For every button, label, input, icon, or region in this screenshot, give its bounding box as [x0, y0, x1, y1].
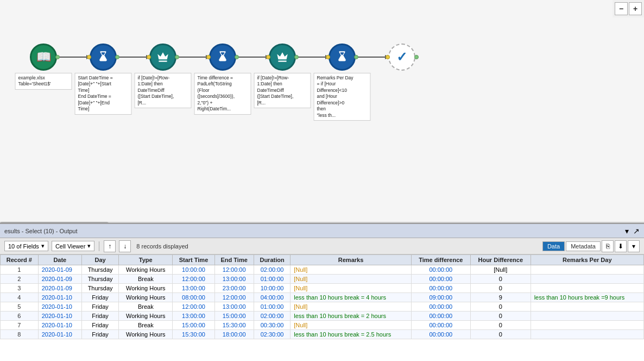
- data-button[interactable]: Data: [542, 241, 565, 251]
- workflow-node-filter2[interactable]: if [Date]!=[Row-1:Date] thenDateTimeDiff…: [269, 43, 296, 71]
- col-record[interactable]: Record #: [1, 255, 39, 265]
- workflow-node-formula1[interactable]: Start DateTime =[Date]+" "+[StartTime]En…: [90, 43, 117, 71]
- fields-chevron-icon: ▾: [41, 242, 45, 250]
- node-label-filter1: if [Date]!=[Row-1:Date] thenDateTimeDiff…: [135, 73, 192, 108]
- node-icon-filter2: [269, 43, 296, 71]
- zoom-out-button[interactable]: −: [615, 2, 628, 15]
- copy-button[interactable]: ⎘: [602, 240, 614, 252]
- viewer-chevron-icon: ▾: [87, 242, 91, 250]
- connector-4: [236, 57, 269, 58]
- table-row: 82020-01-10FridayWorking Hours15:30:0018…: [1, 330, 644, 339]
- table-row: 22020-01-09ThursdayBreak12:00:0013:00:00…: [1, 275, 644, 284]
- results-panel: esults - Select (10) - Output ▾ ↗ 10 of …: [0, 223, 644, 361]
- col-start-time[interactable]: Start Time: [173, 255, 214, 265]
- connector-6: [356, 57, 388, 58]
- node-label-formula1: Start DateTime =[Date]+" "+[StartTime]En…: [75, 73, 132, 115]
- workflow-node-output[interactable]: ✓: [388, 43, 415, 71]
- data-metadata-buttons: Data Metadata ⎘ ⬇ ▾: [542, 240, 640, 252]
- connector-1: [57, 57, 90, 58]
- node-input-dot: [147, 55, 151, 59]
- viewer-select[interactable]: Cell Viewer ▾: [52, 241, 94, 251]
- node-input-dot: [386, 55, 390, 59]
- connector-3: [176, 57, 209, 58]
- zoom-toolbar: − +: [613, 0, 644, 17]
- node-input-dot: [87, 55, 91, 59]
- node-input-dot: [266, 55, 270, 59]
- col-duration[interactable]: Duration: [254, 255, 291, 265]
- export-button[interactable]: ⬇: [615, 240, 627, 252]
- node-label-input: example.xlsxTable='Sheet1$': [15, 73, 72, 90]
- node-output-dot: [294, 55, 299, 59]
- table-row: 42020-01-10FridayWorking Hours08:00:0012…: [1, 293, 644, 302]
- col-date[interactable]: Date: [38, 255, 81, 265]
- node-icon-formula3: [329, 43, 356, 71]
- node-output-dot: [235, 55, 239, 59]
- records-info: 8 records displayed: [136, 243, 188, 250]
- node-icon-formula2: [209, 43, 236, 71]
- results-expand[interactable]: ↗: [633, 227, 640, 235]
- data-table-container: Record # Date Day Type Start Time End Ti…: [0, 254, 644, 361]
- node-output-dot: [354, 55, 358, 59]
- results-toolbar: 10 of Fields ▾ Cell Viewer ▾ ↑ ↓ 8 recor…: [0, 238, 644, 254]
- col-type[interactable]: Type: [119, 255, 173, 265]
- node-input-dot: [206, 55, 211, 59]
- col-end-time[interactable]: End Time: [214, 255, 254, 265]
- viewer-label: Cell Viewer: [55, 243, 85, 250]
- col-hour-diff[interactable]: Hour Difference: [470, 255, 531, 265]
- table-row: 32020-01-09ThursdayWorking Hours13:00:00…: [1, 284, 644, 293]
- col-time-diff[interactable]: Time difference: [411, 255, 470, 265]
- table-header-row: Record # Date Day Type Start Time End Ti…: [1, 255, 644, 265]
- connector-5: [296, 57, 329, 58]
- results-title: esults - Select (10) - Output: [4, 228, 78, 234]
- workflow-node-input[interactable]: 📖 example.xlsxTable='Sheet1$': [30, 43, 57, 71]
- node-icon-filter1: [149, 43, 176, 71]
- col-remarks-pd[interactable]: Remarks Per Day: [531, 255, 643, 265]
- sort-desc-button[interactable]: ↓: [119, 240, 131, 252]
- results-header-controls: ▾ ↗: [625, 227, 640, 235]
- metadata-button[interactable]: Metadata: [566, 241, 601, 251]
- table-row: 12020-01-09ThursdayWorking Hours10:00:00…: [1, 265, 644, 275]
- results-chevron-down[interactable]: ▾: [625, 227, 629, 235]
- workflow-canvas: 📖 example.xlsxTable='Sheet1$' Start Date…: [0, 0, 644, 223]
- node-output-dot: [175, 55, 179, 59]
- col-remarks[interactable]: Remarks: [291, 255, 411, 265]
- col-day[interactable]: Day: [81, 255, 118, 265]
- node-icon-output: ✓: [388, 43, 415, 71]
- node-label-formula2: Time difference =PadLeft(ToString(Floor(…: [194, 73, 251, 115]
- workflow-node-filter1[interactable]: if [Date]!=[Row-1:Date] thenDateTimeDiff…: [149, 43, 176, 71]
- workflow-node-formula2[interactable]: Time difference =PadLeft(ToString(Floor(…: [209, 43, 236, 71]
- sort-asc-button[interactable]: ↑: [104, 240, 116, 252]
- table-row: 72020-01-10FridayBreak15:00:0015:30:0000…: [1, 321, 644, 330]
- node-output-dot: [55, 55, 60, 59]
- table-row: 62020-01-10FridayWorking Hours13:00:0015…: [1, 312, 644, 321]
- fields-badge[interactable]: 10 of Fields ▾: [4, 241, 48, 251]
- connector-2: [117, 57, 149, 58]
- node-input-dot: [326, 55, 330, 59]
- workflow-node-formula3[interactable]: Remarks Per Day= if [HourDifference]<10a…: [329, 43, 356, 71]
- results-header: esults - Select (10) - Output ▾ ↗: [0, 224, 644, 238]
- node-output-dot: [115, 55, 119, 59]
- more-button[interactable]: ▾: [628, 240, 640, 252]
- zoom-in-button[interactable]: +: [629, 2, 642, 15]
- data-table: Record # Date Day Type Start Time End Ti…: [0, 254, 644, 339]
- fields-count: 10 of Fields: [8, 243, 39, 250]
- table-row: 52020-01-10FridayBreak12:00:0013:00:0001…: [1, 302, 644, 312]
- node-icon-input: 📖: [30, 43, 57, 71]
- toolbar-divider: [99, 241, 99, 251]
- node-label-filter2: if [Date]!=[Row-1:Date] thenDateTimeDiff…: [254, 73, 311, 108]
- node-icon-formula1: [90, 43, 117, 71]
- node-label-formula3: Remarks Per Day= if [HourDifference]<10a…: [314, 73, 371, 121]
